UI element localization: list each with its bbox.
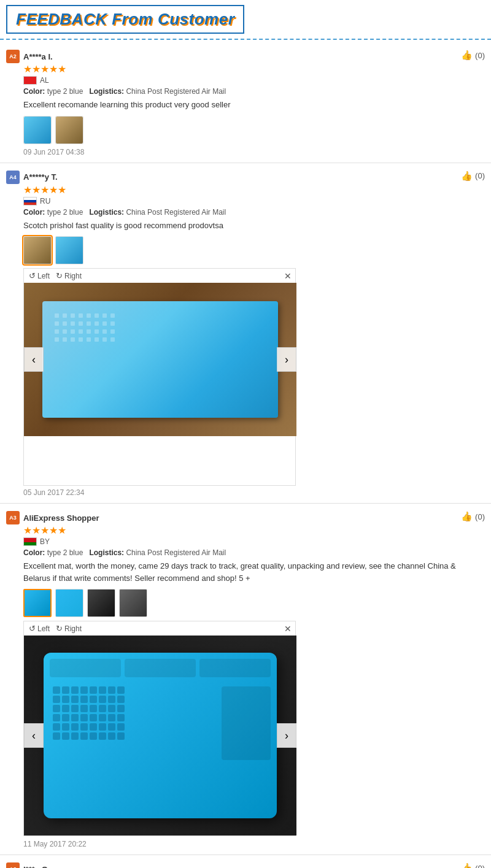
reviewer-name: A*****y T. (23, 172, 58, 182)
page-header: FEEDBACK From Customer (0, 0, 491, 36)
color-value: type 2 blue (47, 208, 83, 217)
like-count: (0) (475, 864, 485, 869)
avatar: A4 (6, 171, 20, 184)
avatar: A3 (6, 511, 20, 524)
avatar: A3 (6, 862, 20, 868)
stars: ★★★★★ (23, 63, 485, 75)
thumbs-up-icon: 👍 (461, 50, 473, 61)
prev-arrow[interactable]: ‹ (24, 723, 44, 748)
country-row: RU (23, 197, 485, 205)
rotate-left-btn[interactable]: ↺ Left (29, 271, 50, 280)
country-code: RU (40, 197, 50, 205)
review-text: Excellent mat, worth the money, came 29 … (23, 560, 485, 584)
review-text: Scotch prishol fast quality is good reco… (23, 220, 485, 232)
review-images (23, 236, 485, 264)
review-date: 05 Jun 2017 22:34 (23, 488, 485, 497)
expanded-img-wrapper: ‹ › (24, 636, 296, 835)
rotate-right-icon: ↻ (56, 624, 63, 633)
review-block: A3 l***a G. 👍 (0) ★★★★★ RU Color: type 2… (0, 855, 491, 868)
rotate-left-icon: ↺ (29, 624, 36, 633)
thumbnail[interactable] (23, 116, 52, 144)
like-count: (0) (475, 512, 485, 521)
avatar: A2 (6, 50, 20, 63)
review-images (23, 589, 485, 617)
stars: ★★★★★ (23, 524, 485, 536)
like-area: 👍 (0) (461, 862, 485, 868)
review-date: 09 Jun 2017 04:38 (23, 148, 485, 156)
thumbnail[interactable] (23, 236, 52, 264)
color-logistics: Color: type 2 blue Logistics: China Post… (23, 87, 485, 96)
left-label: Left (37, 272, 50, 280)
thumbnail[interactable] (119, 589, 147, 617)
thumbnail[interactable] (55, 116, 83, 144)
thumbnail[interactable] (87, 589, 115, 617)
country-row: BY (23, 537, 485, 546)
next-arrow[interactable]: › (277, 347, 296, 372)
thumbs-up-icon: 👍 (461, 862, 473, 868)
color-label: Color: (23, 548, 45, 557)
flag-by (23, 537, 37, 546)
reviewer-name: l***a G. (23, 865, 50, 869)
expanded-img-wrapper: ‹ › (24, 283, 296, 436)
logistics-label: Logistics: (89, 548, 124, 557)
like-area: 👍 (0) (461, 511, 485, 522)
rotate-left-btn[interactable]: ↺ Left (29, 624, 50, 633)
expanded-image-container: ↺ Left ↻ Right ✕ (23, 621, 296, 836)
rotate-right-btn[interactable]: ↻ Right (56, 624, 82, 633)
thumbs-up-icon: 👍 (461, 171, 473, 182)
review-block: A2 A****a I. 👍 (0) ★★★★★ AL Color: type … (0, 42, 491, 163)
like-area: 👍 (0) (461, 50, 485, 61)
color-label: Color: (23, 87, 45, 96)
rotate-right-btn[interactable]: ↻ Right (56, 271, 82, 280)
rotate-left-icon: ↺ (29, 271, 36, 280)
right-label: Right (64, 624, 82, 633)
thumbnail[interactable] (55, 589, 83, 617)
close-btn[interactable]: ✕ (284, 271, 292, 281)
prev-arrow[interactable]: ‹ (24, 347, 44, 372)
logistics-value: China Post Registered Air Mail (126, 548, 226, 557)
rotate-right-icon: ↻ (56, 271, 63, 280)
review-images (23, 116, 485, 144)
logistics-value: China Post Registered Air Mail (126, 208, 226, 217)
reviewer-name: AliExpress Shopper (23, 513, 99, 523)
nav-row: ↺ Left ↻ Right ✕ (24, 269, 295, 283)
thumbnail[interactable] (55, 236, 83, 264)
logistics-label: Logistics: (89, 87, 124, 96)
close-btn[interactable]: ✕ (284, 624, 292, 634)
review-block: A3 AliExpress Shopper 👍 (0) ★★★★★ BY Col… (0, 504, 491, 855)
review-text: Excellent recomande learning this produc… (23, 99, 485, 111)
logistics-label: Logistics: (89, 208, 124, 217)
review-date: 11 May 2017 20:22 (23, 840, 485, 848)
stars: ★★★★★ (23, 184, 485, 196)
thumbnail[interactable] (23, 589, 52, 617)
divider (0, 39, 491, 40)
country-code: AL (40, 76, 49, 85)
expanded-image-container: ↺ Left ↻ Right ✕ (23, 268, 296, 486)
like-count: (0) (475, 171, 485, 180)
flag-al (23, 76, 37, 85)
like-count: (0) (475, 51, 485, 60)
thumbs-up-icon: 👍 (461, 511, 473, 522)
color-value: type 2 blue (47, 87, 83, 96)
left-label: Left (37, 624, 50, 633)
logistics-value: China Post Registered Air Mail (126, 87, 226, 96)
country-row: AL (23, 76, 485, 85)
page-title: FEEDBACK From Customer (16, 10, 234, 29)
nav-row: ↺ Left ↻ Right ✕ (24, 621, 295, 636)
color-value: type 2 blue (47, 548, 83, 557)
flag-ru (23, 197, 37, 205)
feedback-title-box: FEEDBACK From Customer (6, 5, 244, 34)
color-logistics: Color: type 2 blue Logistics: China Post… (23, 548, 485, 557)
right-label: Right (64, 272, 82, 280)
next-arrow[interactable]: › (277, 723, 296, 748)
color-logistics: Color: type 2 blue Logistics: China Post… (23, 208, 485, 217)
reviewer-name: A****a I. (23, 52, 53, 61)
color-label: Color: (23, 208, 45, 217)
country-code: BY (40, 537, 50, 546)
like-area: 👍 (0) (461, 171, 485, 182)
review-block: A4 A*****y T. 👍 (0) ★★★★★ RU Color: type… (0, 163, 491, 504)
